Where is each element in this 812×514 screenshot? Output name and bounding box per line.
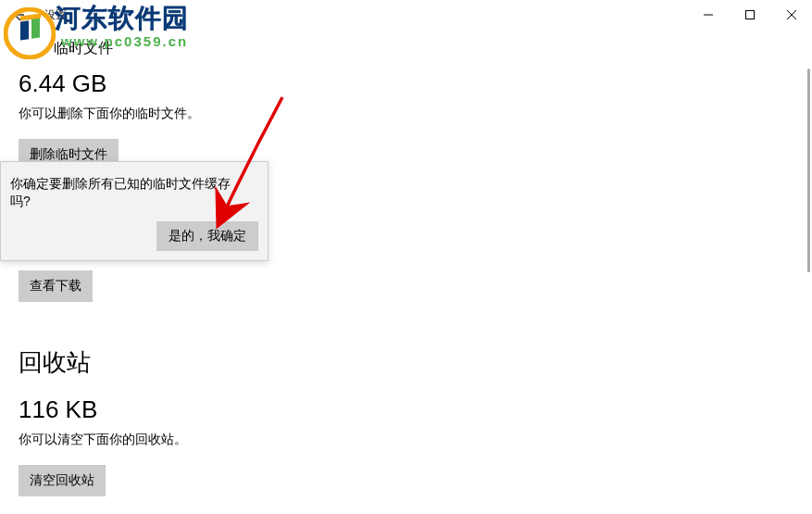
page-header: 临时文件 bbox=[0, 30, 812, 64]
temp-files-desc: 你可以删除下面你的临时文件。 bbox=[19, 106, 793, 122]
svg-rect-0 bbox=[745, 11, 754, 19]
confirm-dialog: 你确定要删除所有已知的临时文件缓存 吗? 是的，我确定 bbox=[0, 161, 269, 261]
confirm-yes-button[interactable]: 是的，我确定 bbox=[156, 221, 258, 251]
maximize-button[interactable] bbox=[729, 0, 770, 30]
back-button[interactable] bbox=[0, 0, 37, 30]
dialog-message: 你确定要删除所有已知的临时文件缓存 吗? bbox=[10, 175, 258, 210]
window-controls bbox=[687, 0, 812, 30]
empty-recycle-button[interactable]: 清空回收站 bbox=[19, 465, 106, 496]
recycle-heading: 回收站 bbox=[19, 346, 793, 379]
minimize-icon bbox=[704, 10, 713, 19]
close-button[interactable] bbox=[770, 0, 812, 30]
back-arrow-icon bbox=[11, 7, 26, 22]
recycle-size: 116 KB bbox=[19, 395, 793, 424]
close-icon bbox=[787, 10, 796, 19]
scrollbar-thumb[interactable] bbox=[807, 69, 810, 272]
recycle-desc: 你可以清空下面你的回收站。 bbox=[19, 432, 793, 448]
window-title: 设置 bbox=[44, 7, 67, 23]
content-area: 6.44 GB 你可以删除下面你的临时文件。 删除临时文件 查看下载 回收站 1… bbox=[0, 64, 812, 509]
view-downloads-button[interactable]: 查看下载 bbox=[19, 270, 93, 302]
minimize-button[interactable] bbox=[687, 0, 729, 30]
dialog-message-line1: 你确定要删除所有已知的临时文件缓存 bbox=[10, 176, 231, 191]
maximize-icon bbox=[745, 10, 755, 19]
scrollbar[interactable] bbox=[805, 69, 812, 514]
titlebar: 设置 bbox=[0, 0, 812, 30]
temp-files-size: 6.44 GB bbox=[19, 69, 793, 98]
dialog-message-line2: 吗? bbox=[10, 194, 31, 208]
